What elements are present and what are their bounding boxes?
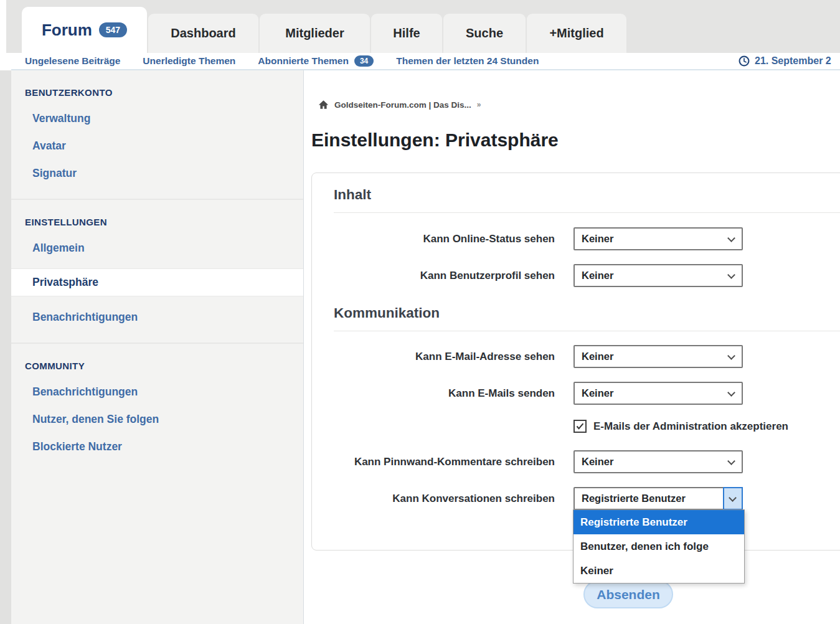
select-email-adresse[interactable]: Keiner	[573, 345, 743, 368]
sidebar-item-signatur[interactable]: Signatur	[32, 167, 303, 180]
tab-mitglied-add-label: +Mitglied	[549, 26, 603, 40]
select-emails-senden-value: Keiner	[582, 387, 613, 399]
subnav-unerledigte-themen[interactable]: Unerledigte Themen	[143, 55, 235, 67]
sidebar-item-blockierte-nutzer[interactable]: Blockierte Nutzer	[32, 440, 303, 453]
subnav-abonnierte-themen[interactable]: Abonnierte Themen 34	[258, 55, 374, 67]
page-title: Einstellungen: Privatsphäre	[311, 130, 559, 151]
tab-suche[interactable]: Suche	[443, 14, 526, 53]
forum-count-badge: 547	[99, 22, 127, 37]
select-benutzerprofil[interactable]: Keiner	[573, 264, 743, 287]
sidebar-group-benutzerkonto: BENUTZERKONTO Verwaltung Avatar Signatur	[11, 70, 303, 199]
tab-forum-label: Forum	[42, 21, 92, 40]
sidebar-item-avatar[interactable]: Avatar	[32, 139, 303, 153]
sidebar-item-community-benachrichtigungen[interactable]: Benachrichtigungen	[32, 385, 303, 399]
select-email-adresse-value: Keiner	[582, 351, 613, 362]
label-pinnwand: Kann Pinnwand-Kommentare schreiben	[312, 450, 555, 473]
tab-dashboard[interactable]: Dashboard	[148, 14, 258, 53]
check-icon	[575, 422, 585, 431]
page-left-margin	[0, 70, 11, 624]
chevron-down-icon	[729, 494, 737, 502]
sidebar-item-privatsphaere[interactable]: Privatsphäre	[11, 268, 303, 296]
current-date: 21. September 2	[739, 53, 831, 69]
section-divider	[334, 212, 840, 213]
dropdown-option-keiner[interactable]: Keiner	[573, 559, 744, 583]
section-title-kommunikation: Kommunikation	[334, 305, 440, 321]
tab-forum[interactable]: Forum 547	[22, 7, 147, 53]
select-emails-senden[interactable]: Keiner	[573, 382, 743, 405]
subnav-ungelesene-beitraege[interactable]: Ungelesene Beiträge	[25, 55, 120, 67]
select-chevron-button[interactable]	[723, 487, 743, 510]
absenden-button[interactable]: Absenden	[583, 580, 673, 608]
chevron-down-icon	[727, 352, 735, 360]
chevron-down-icon	[727, 457, 735, 465]
settings-panel: Inhalt Kann Online-Status sehen Keiner K…	[311, 173, 840, 551]
sidebar-group-einstellungen: EINSTELLUNGEN Allgemein Privatsphäre Ben…	[11, 199, 303, 343]
subnav-themen-24-stunden[interactable]: Themen der letzten 24 Stunden	[396, 55, 539, 67]
home-icon	[318, 100, 329, 110]
dropdown-option-registrierte-benutzer[interactable]: Registrierte Benutzer	[573, 510, 744, 534]
tab-hilfe-label: Hilfe	[393, 26, 420, 40]
label-emails-senden: Kann E-Mails senden	[312, 382, 555, 405]
subnav-abonnierte-themen-label: Abonnierte Themen	[258, 55, 349, 67]
tab-dashboard-label: Dashboard	[171, 26, 235, 40]
sidebar-group-title: EINSTELLUNGEN	[25, 217, 303, 227]
tab-mitglieder[interactable]: Mitglieder	[260, 14, 370, 53]
clock-icon	[739, 55, 750, 67]
breadcrumb-separator: »	[477, 100, 481, 109]
select-online-status[interactable]: Keiner	[573, 227, 743, 250]
subnav-bar: Ungelesene Beiträge Unerledigte Themen A…	[11, 53, 840, 70]
label-konversationen: Kann Konversationen schreiben	[312, 487, 555, 510]
select-pinnwand-value: Keiner	[582, 456, 613, 468]
main-content: Goldseiten-Forum.com | Das Dis... » Eins…	[304, 70, 840, 624]
tab-hilfe[interactable]: Hilfe	[371, 14, 442, 53]
sidebar-item-nutzer-folgen[interactable]: Nutzer, denen Sie folgen	[32, 413, 303, 426]
sidebar-item-benachrichtigungen[interactable]: Benachrichtigungen	[32, 311, 303, 324]
tab-mitglieder-label: Mitglieder	[285, 26, 344, 40]
chevron-down-icon	[727, 271, 735, 279]
dropdown-option-benutzer-folge[interactable]: Benutzer, denen ich folge	[573, 534, 744, 559]
abonnierte-count-badge: 34	[354, 55, 374, 67]
breadcrumb: Goldseiten-Forum.com | Das Dis... »	[318, 100, 481, 110]
admin-emails-checkbox-label: E-Mails der Administration akzeptieren	[593, 420, 788, 433]
forum-settings-page: Forum 547 Dashboard Mitglieder Hilfe Suc…	[0, 0, 840, 624]
current-date-text: 21. September 2	[755, 55, 831, 67]
settings-sidebar: BENUTZERKONTO Verwaltung Avatar Signatur…	[11, 70, 304, 624]
sidebar-item-allgemein[interactable]: Allgemein	[32, 242, 303, 255]
sidebar-group-title: BENUTZERKONTO	[25, 87, 303, 98]
breadcrumb-site-link[interactable]: Goldseiten-Forum.com | Das Dis...	[334, 100, 471, 110]
sidebar-item-verwaltung[interactable]: Verwaltung	[32, 112, 303, 125]
select-konversationen[interactable]: Registrierte Benutzer	[573, 487, 743, 510]
label-benutzerprofil: Kann Benutzerprofil sehen	[312, 264, 555, 287]
konversationen-dropdown-list: Registrierte Benutzer Benutzer, denen ic…	[573, 509, 745, 584]
tab-suche-label: Suche	[466, 26, 503, 40]
select-pinnwand[interactable]: Keiner	[573, 450, 743, 473]
select-benutzerprofil-value: Keiner	[582, 270, 613, 281]
label-email-adresse: Kann E-Mail-Adresse sehen	[312, 345, 555, 368]
chevron-down-icon	[727, 234, 735, 242]
label-online-status: Kann Online-Status sehen	[312, 227, 555, 250]
admin-emails-checkbox[interactable]	[573, 420, 587, 433]
chevron-down-icon	[727, 389, 735, 397]
section-divider	[334, 331, 840, 331]
sidebar-group-title: COMMUNITY	[25, 361, 303, 371]
select-konversationen-value: Registrierte Benutzer	[582, 493, 686, 504]
sidebar-group-community: COMMUNITY Benachrichtigungen Nutzer, den…	[11, 343, 303, 472]
tab-mitglied-add[interactable]: +Mitglied	[527, 14, 626, 53]
select-online-status-value: Keiner	[582, 233, 613, 245]
section-title-inhalt: Inhalt	[334, 187, 371, 203]
